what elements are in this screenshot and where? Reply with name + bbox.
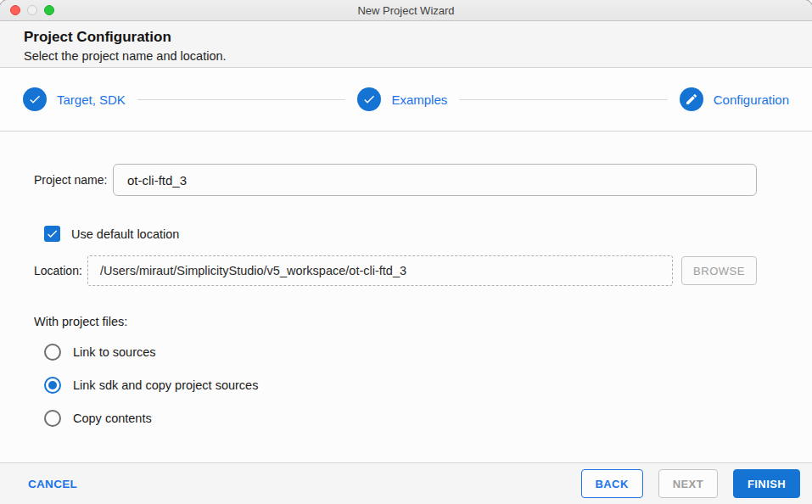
step-current-badge <box>680 87 703 111</box>
check-icon <box>362 92 376 106</box>
browse-button: BROWSE <box>681 256 757 285</box>
window-title: New Project Wizard <box>357 4 454 17</box>
new-project-wizard-window: New Project Wizard Project Configuration… <box>0 0 812 504</box>
wizard-stepper: Target, SDK Examples Configuration <box>0 68 812 132</box>
radio-option-link-to-sources: Link to sources <box>44 344 757 361</box>
radio-button[interactable] <box>44 410 61 427</box>
titlebar: New Project Wizard <box>0 0 812 21</box>
pencil-icon <box>685 92 698 106</box>
step-label: Target, SDK <box>57 92 126 107</box>
cancel-button[interactable]: CANCEL <box>28 478 77 490</box>
radio-button[interactable] <box>44 377 61 394</box>
finish-button[interactable]: FINISH <box>733 469 800 498</box>
next-button: NEXT <box>658 469 718 498</box>
use-default-location-label: Use default location <box>71 227 179 241</box>
radio-option-label: Link to sources <box>73 345 156 359</box>
step-label: Examples <box>391 92 447 107</box>
step-examples[interactable]: Examples <box>357 87 447 111</box>
check-icon <box>28 92 42 106</box>
step-label: Configuration <box>714 92 789 107</box>
traffic-lights <box>10 0 54 20</box>
location-label: Location: <box>34 264 87 277</box>
step-complete-badge <box>23 87 47 111</box>
step-connector <box>137 99 346 100</box>
project-name-input[interactable] <box>113 164 757 196</box>
step-connector <box>459 99 668 100</box>
page-title: Project Configuration <box>24 29 788 46</box>
radio-option-copy-contents: Copy contents <box>44 410 757 427</box>
wizard-footer: CANCEL BACK NEXT FINISH <box>0 462 812 504</box>
page-subtitle: Select the project name and location. <box>24 49 788 63</box>
close-button[interactable] <box>10 5 20 15</box>
step-configuration[interactable]: Configuration <box>680 87 789 111</box>
back-button[interactable]: BACK <box>581 469 643 498</box>
project-name-row: Project name: <box>34 164 757 196</box>
radio-option-label: Copy contents <box>73 412 152 425</box>
use-default-location-row: Use default location <box>44 226 757 242</box>
step-complete-badge <box>357 87 381 111</box>
location-input <box>87 255 673 286</box>
minimize-button <box>27 5 37 15</box>
with-project-files-label: With project files: <box>34 315 757 328</box>
radio-option-label: Link sdk and copy project sources <box>73 378 258 392</box>
radio-button[interactable] <box>44 344 61 361</box>
use-default-location-checkbox[interactable] <box>44 226 60 242</box>
location-row: Location: BROWSE <box>34 255 757 286</box>
project-name-label: Project name: <box>34 173 113 187</box>
wizard-header: Project Configuration Select the project… <box>0 21 812 68</box>
check-icon <box>46 227 59 240</box>
wizard-content: Project name: Use default location Locat… <box>0 132 812 462</box>
radio-option-link-sdk-copy-sources: Link sdk and copy project sources <box>44 377 757 394</box>
step-target-sdk[interactable]: Target, SDK <box>23 87 126 111</box>
zoom-button[interactable] <box>44 5 54 15</box>
